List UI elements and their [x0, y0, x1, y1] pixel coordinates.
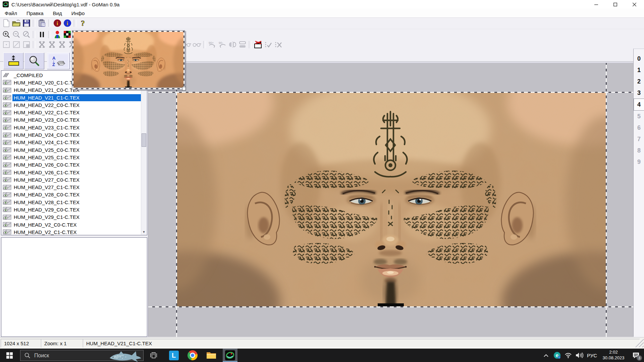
- svg-text:A: A: [52, 56, 56, 61]
- pause-icon[interactable]: [37, 30, 47, 39]
- list-item[interactable]: HUM_HEAD_V26_C1-C.TEX: [2, 169, 141, 176]
- texture-canvas[interactable]: [148, 62, 634, 337]
- list-item-label: HUM_HEAD_V25_C0-C.TEX: [12, 146, 141, 154]
- list-item[interactable]: HUM_HEAD_V24_C1-C.TEX: [2, 139, 141, 146]
- list-item[interactable]: HUM_HEAD_V2_C0-C.TEX: [2, 221, 141, 228]
- apply-check-icon[interactable]: [263, 40, 273, 49]
- list-item[interactable]: HUM_HEAD_V23_C1-C.TEX: [2, 124, 141, 131]
- minimize-button[interactable]: [587, 0, 606, 9]
- rotate-90-plus-icon[interactable]: 90+: [207, 40, 217, 49]
- discard-x-icon[interactable]: [273, 40, 283, 49]
- goman-taskbar-icon[interactable]: [223, 349, 237, 362]
- list-item[interactable]: HUM_HEAD_V22_C1-C.TEX: [2, 109, 141, 116]
- toolbar-separator: [33, 31, 36, 38]
- palette-checker-icon[interactable]: [62, 30, 72, 39]
- open-folder-icon[interactable]: [11, 19, 21, 27]
- list-item[interactable]: HUM_HEAD_V22_C0-C.TEX: [2, 101, 141, 109]
- zoom-reset-icon[interactable]: [21, 30, 32, 39]
- task-view-icon[interactable]: [146, 349, 161, 362]
- svg-text:Z: Z: [52, 62, 55, 67]
- list-item[interactable]: HUM_HEAD_V29_C0-C.TEX: [2, 206, 141, 213]
- scroll-thumb[interactable]: [142, 133, 146, 147]
- save-icon[interactable]: [21, 19, 32, 27]
- marching-ants-border: [72, 31, 184, 32]
- list-item[interactable]: HUM_HEAD_V23_C0-C.TEX: [2, 116, 141, 124]
- svg-text:90-: 90-: [219, 41, 223, 45]
- marker-icon[interactable]: [57, 40, 67, 49]
- explorer-icon[interactable]: [204, 349, 219, 362]
- lightshot-icon[interactable]: L: [166, 349, 181, 362]
- menu-item[interactable]: Файл: [0, 10, 22, 16]
- list-item[interactable]: HUM_HEAD_V27_C0-C.TEX: [2, 176, 141, 183]
- wifi-icon[interactable]: [563, 349, 574, 362]
- zoom-in-icon[interactable]: [1, 30, 11, 39]
- texture-eye-icon: [2, 170, 12, 175]
- info-blue-icon[interactable]: i: [62, 19, 72, 27]
- list-item[interactable]: HUM_HEAD_V25_C0-C.TEX: [2, 146, 141, 154]
- mip-level-1[interactable]: 1: [634, 64, 644, 76]
- list-item[interactable]: HUM_HEAD_V28_C1-C.TEX: [2, 198, 141, 206]
- toolbar-separator: [249, 41, 252, 48]
- chrome-icon[interactable]: [185, 349, 200, 362]
- model-person-icon[interactable]: [52, 30, 62, 39]
- thumbnail-resize-handle[interactable]: [182, 87, 186, 90]
- language-indicator[interactable]: РУС: [585, 353, 599, 358]
- select-box-icon[interactable]: [1, 40, 11, 49]
- list-item[interactable]: HUM_HEAD_V2_C1-C.TEX: [2, 228, 141, 235]
- info-red-icon[interactable]: i: [52, 19, 62, 27]
- mip-level-6: 6: [634, 122, 644, 133]
- rotate-90-minus-icon[interactable]: 90-: [217, 40, 227, 49]
- file-rows: _COMPILEDHUM_HEAD_V20_C1-C.TEXHUM_HEAD_V…: [2, 71, 141, 235]
- list-item-label: HUM_HEAD_V29_C0-C.TEX: [12, 206, 141, 213]
- start-button[interactable]: [0, 349, 19, 362]
- help-icon[interactable]: ?: [78, 19, 88, 27]
- eset-icon[interactable]: ei: [552, 349, 563, 362]
- alpha-off-icon[interactable]: [253, 40, 263, 49]
- marker-icon[interactable]: [37, 40, 47, 49]
- close-button[interactable]: [625, 0, 644, 9]
- sort-az-button[interactable]: AZ: [47, 53, 70, 69]
- texture-eye-icon: [2, 192, 12, 197]
- list-item[interactable]: HUM_HEAD_V29_C1-C.TEX: [2, 214, 141, 221]
- taskbar: Поиск L ei: [0, 349, 644, 362]
- notification-center-icon[interactable]: 3: [628, 349, 644, 362]
- texture-eye-icon: [2, 185, 12, 190]
- volume-icon[interactable]: [574, 349, 585, 362]
- menu-item[interactable]: Правка: [22, 10, 48, 16]
- mip-level-4[interactable]: 4: [634, 99, 644, 111]
- list-item[interactable]: HUM_HEAD_V25_C1-C.TEX: [2, 154, 141, 161]
- list-scrollbar[interactable]: ▲ ▼: [141, 71, 147, 235]
- list-item[interactable]: HUM_HEAD_V26_C0-C.TEX: [2, 161, 141, 169]
- glasses-icon[interactable]: [192, 40, 202, 49]
- mip-level-3[interactable]: 3: [634, 87, 644, 99]
- fit-height-button[interactable]: [3, 53, 23, 69]
- chevron-up-icon[interactable]: [541, 349, 552, 362]
- magnify-button[interactable]: [24, 53, 44, 69]
- list-item[interactable]: HUM_HEAD_V24_C0-C.TEX: [2, 131, 141, 138]
- list-item-label: HUM_HEAD_V28_C0-C.TEX: [12, 191, 141, 198]
- mirror-vertical-icon[interactable]: [237, 40, 248, 49]
- select-corner-icon[interactable]: [21, 40, 32, 49]
- list-item[interactable]: HUM_HEAD_V21_C1-C.TEX: [2, 94, 141, 101]
- selection-guide-top: [148, 92, 634, 93]
- new-document-icon[interactable]: [1, 19, 11, 27]
- scroll-down-icon[interactable]: ▼: [141, 229, 147, 235]
- paste-icon[interactable]: [37, 19, 47, 27]
- mipmap-level-panel: 0123456789: [633, 49, 644, 337]
- maximize-button[interactable]: [606, 0, 625, 9]
- list-item[interactable]: HUM_HEAD_V27_C1-C.TEX: [2, 183, 141, 191]
- preview-thumbnail[interactable]: [72, 30, 185, 90]
- select-slash-icon[interactable]: [11, 40, 21, 49]
- mirror-horizontal-icon[interactable]: [227, 40, 237, 49]
- menu-item[interactable]: Вид: [48, 10, 67, 16]
- texture-eye-icon: [2, 132, 12, 138]
- mip-level-0[interactable]: 0: [634, 53, 644, 64]
- marker-icon[interactable]: [47, 40, 57, 49]
- zoom-out-icon[interactable]: [11, 30, 21, 39]
- toolbar-row-1-bg: [0, 17, 644, 29]
- list-item[interactable]: HUM_HEAD_V28_C0-C.TEX: [2, 191, 141, 198]
- mip-level-2[interactable]: 2: [634, 76, 644, 87]
- search-input[interactable]: Поиск: [20, 350, 144, 361]
- clock[interactable]: 2:02 30.08.2023: [599, 350, 628, 361]
- menu-item[interactable]: Инфо: [67, 10, 90, 16]
